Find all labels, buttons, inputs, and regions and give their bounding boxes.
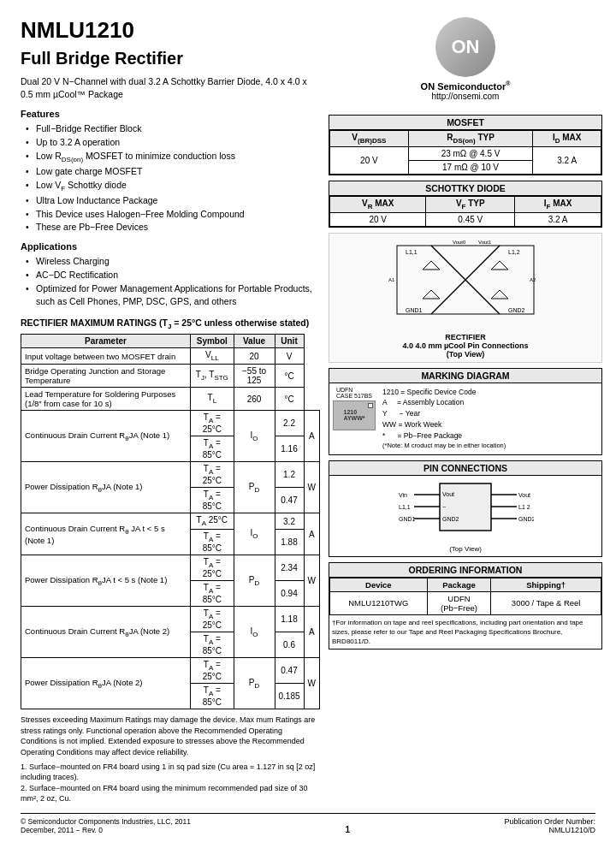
product-description: Dual 20 V N−Channel with dual 3.2 A Scho… bbox=[21, 75, 320, 100]
application-item: AC−DC Rectification bbox=[26, 269, 320, 282]
page-footer: © Semiconductor Components Industries, L… bbox=[21, 813, 595, 834]
feature-item: Ultra Low Inductance Package bbox=[26, 194, 320, 208]
feature-item: These are Pb−Free Devices bbox=[26, 221, 320, 234]
application-item: Optimized for Power Management Applicati… bbox=[26, 282, 320, 310]
svg-marker-15 bbox=[423, 290, 440, 299]
on-website: http://onsemi.com bbox=[432, 92, 500, 101]
footer-page-number: 1 bbox=[345, 825, 350, 834]
ratings-table: Parameter Symbol Value Unit Input voltag… bbox=[21, 334, 320, 709]
ratings-title: RECTIFIER MAXIMUM RATINGS (TJ = 25°C unl… bbox=[21, 317, 320, 330]
svg-text:Vout: Vout bbox=[442, 491, 454, 497]
svg-text:Vout0: Vout0 bbox=[453, 240, 466, 245]
ordering-box: ORDERING INFORMATION Device Package Ship… bbox=[329, 562, 602, 650]
pin-connections-diagram: Vin L1,1 GND1 Vout L1 2 GND2 Vout − GND2… bbox=[329, 476, 601, 556]
schottky-table: VR MAX VF TYP IF MAX 20 V 0.45 V 3.2 A bbox=[329, 196, 601, 227]
pin-connections-svg: Vin L1,1 GND1 Vout L1 2 GND2 Vout − GND2 bbox=[397, 479, 534, 543]
col-header-unit: Unit bbox=[275, 335, 304, 348]
rectifier-svg: L1,1 L1,2 GND1 GND2 Vout0 Vout1 A1 A2 bbox=[380, 237, 551, 331]
stresses-note: Stresses exceeding Maximum Ratings may d… bbox=[21, 715, 320, 757]
col-header-symbol: Symbol bbox=[191, 335, 234, 348]
marking-chip: 1210AYWW* bbox=[333, 400, 376, 430]
right-column: ON ON Semiconductor® http://onsemi.com M… bbox=[329, 17, 602, 804]
table-row: Continuous Drain Current Rθ JA t < 5 s (… bbox=[21, 513, 320, 530]
footer-date: December, 2011 − Rev. 0 bbox=[21, 826, 191, 834]
svg-line-3 bbox=[431, 280, 465, 314]
ordering-col-shipping: Shipping† bbox=[491, 578, 601, 591]
features-title: Features bbox=[21, 109, 320, 119]
applications-title: Applications bbox=[21, 241, 320, 252]
table-row: Power Dissipation RθJA (Note 2) TA = 25°… bbox=[21, 658, 320, 684]
table-row: Lead Temperature for Soldering Purposes … bbox=[21, 388, 320, 411]
mosfet-spec-box: MOSFET V(BR)DSS RDS(on) TYP ID MAX 20 V … bbox=[329, 115, 602, 175]
col-header-parameter: Parameter bbox=[21, 335, 191, 348]
on-logo-text: ON bbox=[452, 36, 480, 58]
part-number: NMLU1210 bbox=[21, 17, 320, 44]
schottky-title: SCHOTTKY DIODE bbox=[329, 181, 601, 196]
svg-line-4 bbox=[465, 280, 500, 314]
feature-item: Low gate charge MOSFET bbox=[26, 165, 320, 179]
pin-top-view: (Top View) bbox=[333, 545, 598, 553]
table-row: Continuous Drain Current RθJA (Note 2) T… bbox=[21, 607, 320, 632]
footer-publication: Publication Order Number: NMLU1210/D bbox=[504, 817, 595, 834]
ordering-footnote: †For information on tape and reel specif… bbox=[329, 615, 601, 650]
feature-item: This Device uses Halogen−Free Molding Co… bbox=[26, 208, 320, 222]
svg-text:−: − bbox=[442, 504, 446, 510]
copyright-text: © Semiconductor Components Industries, L… bbox=[21, 817, 191, 826]
schottky-spec-box: SCHOTTKY DIODE VR MAX VF TYP IF MAX 20 V… bbox=[329, 181, 602, 228]
mosfet-table: V(BR)DSS RDS(on) TYP ID MAX 20 V 23 mΩ @… bbox=[329, 130, 601, 175]
rectifier-diagram: L1,1 L1,2 GND1 GND2 Vout0 Vout1 A1 A2 RE… bbox=[329, 233, 602, 363]
svg-text:Vout: Vout bbox=[518, 492, 530, 498]
publication-number: NMLU1210/D bbox=[504, 826, 595, 834]
marking-diagram-title: MARKING DIAGRAM bbox=[329, 369, 601, 383]
svg-text:GND2: GND2 bbox=[508, 307, 525, 313]
marking-content: UDFNCASE 517BS 1210AYWW* 1210 = Specific… bbox=[329, 383, 601, 454]
svg-marker-14 bbox=[491, 261, 508, 270]
application-item: Wireless Charging bbox=[26, 255, 320, 269]
svg-text:L1,2: L1,2 bbox=[508, 249, 520, 255]
svg-text:Vout1: Vout1 bbox=[478, 240, 492, 245]
svg-text:A1: A1 bbox=[388, 277, 395, 282]
mosfet-title: MOSFET bbox=[329, 116, 601, 130]
feature-item: Low RDS(on) MOSFET to minimize conductio… bbox=[26, 150, 320, 165]
applications-list: Wireless Charging AC−DC Rectification Op… bbox=[21, 255, 320, 309]
on-logo-container: ON ON Semiconductor® http://onsemi.com bbox=[329, 17, 602, 108]
svg-text:A2: A2 bbox=[530, 277, 536, 282]
svg-text:L1,1: L1,1 bbox=[399, 504, 411, 510]
footnotes: 1. Surface−mounted on FR4 board using 1 … bbox=[21, 762, 320, 804]
features-list: Full−Bridge Rectifier Block Up to 3.2 A … bbox=[21, 122, 320, 234]
footnote-2: 2. Surface−mounted on FR4 board using th… bbox=[21, 783, 320, 804]
svg-text:GND1: GND1 bbox=[399, 516, 416, 522]
pin-connections-title: PIN CONNECTIONS bbox=[329, 461, 601, 476]
svg-text:GND1: GND1 bbox=[406, 307, 423, 313]
rectifier-caption: RECTIFIER4.0 4.0 mm µCool Pin Connection… bbox=[333, 333, 598, 359]
svg-text:GND2: GND2 bbox=[518, 516, 534, 522]
feature-item: Full−Bridge Rectifier Block bbox=[26, 122, 320, 136]
table-row: 20 V 23 mΩ @ 4.5 V 3.2 A bbox=[330, 146, 601, 160]
table-row: NMLU1210TWG UDFN(Pb−Free) 3000 / Tape & … bbox=[330, 591, 601, 614]
svg-line-2 bbox=[465, 246, 500, 280]
col-header-value: Value bbox=[234, 335, 275, 348]
svg-text:L1 2: L1 2 bbox=[518, 504, 530, 510]
ordering-col-package: Package bbox=[427, 578, 491, 591]
on-semi-label: ON Semiconductor® bbox=[421, 80, 511, 92]
table-row: Power Dissipation RθJA t < 5 s (Note 1) … bbox=[21, 555, 320, 581]
svg-text:Vin: Vin bbox=[399, 492, 407, 498]
footnote-1: 1. Surface−mounted on FR4 board using 1 … bbox=[21, 762, 320, 783]
marking-legend: 1210 = Specific Device Code A = Assembly… bbox=[382, 387, 506, 451]
table-row: Bridge Operating Junction and Storage Te… bbox=[21, 365, 320, 388]
svg-text:GND2: GND2 bbox=[442, 516, 459, 522]
svg-text:L1,1: L1,1 bbox=[406, 249, 418, 255]
table-row: Continuous Drain Current RθJA (Note 1) T… bbox=[21, 411, 320, 436]
pin-connections-box: PIN CONNECTIONS Vin bbox=[329, 460, 602, 557]
page-layout: NMLU1210 Full Bridge Rectifier Dual 20 V… bbox=[21, 17, 595, 834]
ordering-col-device: Device bbox=[330, 578, 428, 591]
marking-diagram: MARKING DIAGRAM UDFNCASE 517BS 1210AYWW*… bbox=[329, 368, 602, 455]
svg-marker-13 bbox=[423, 261, 440, 270]
svg-marker-16 bbox=[491, 290, 508, 299]
footer-copyright: © Semiconductor Components Industries, L… bbox=[21, 817, 191, 834]
feature-item: Up to 3.2 A operation bbox=[26, 136, 320, 150]
ordering-table: Device Package Shipping† NMLU1210TWG UDF… bbox=[329, 578, 601, 615]
table-row: Input voltage between two MOSFET drain V… bbox=[21, 348, 320, 365]
ordering-title: ORDERING INFORMATION bbox=[329, 563, 601, 578]
product-name: Full Bridge Rectifier bbox=[21, 49, 320, 68]
